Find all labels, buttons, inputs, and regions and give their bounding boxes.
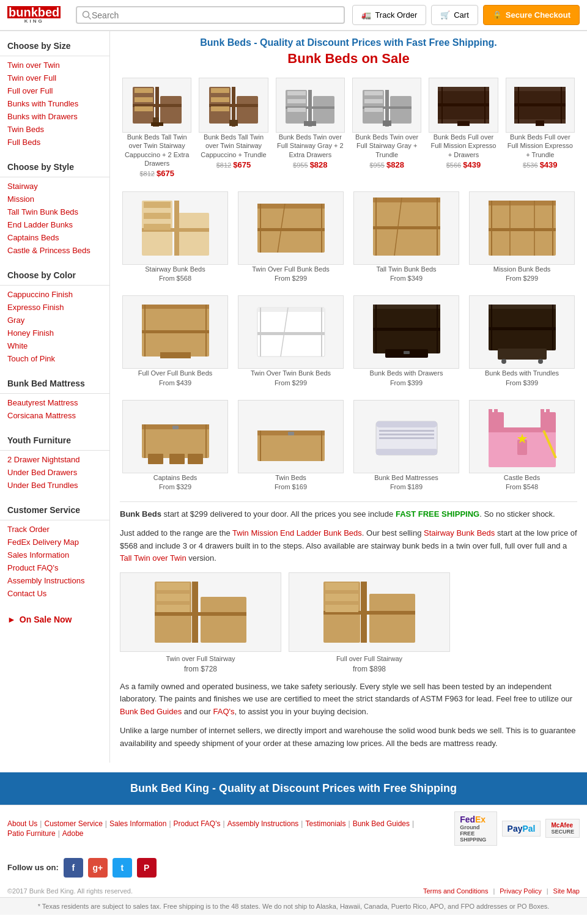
- footer-links-left: About Us | Customer Service | Sales Info…: [7, 819, 454, 838]
- sidebar-item-bunks-trundles[interactable]: Bunks with Trundles: [0, 97, 109, 110]
- privacy-link[interactable]: Privacy Policy: [500, 887, 541, 895]
- sidebar-item-castle[interactable]: Castle & Princess Beds: [0, 244, 109, 257]
- sidebar-item-expresso[interactable]: Expresso Finish: [0, 301, 109, 314]
- sidebar-item-mission[interactable]: Mission: [0, 193, 109, 205]
- sidebar-item-corsicana[interactable]: Corsicana Mattress: [0, 409, 109, 422]
- category-card-twin-full[interactable]: Twin Over Full Bunk Beds From $299: [235, 189, 346, 284]
- category-card-twin-beds[interactable]: Twin Beds From $169: [235, 397, 346, 493]
- sidebar-item-white[interactable]: White: [0, 339, 109, 352]
- svg-rect-136: [157, 583, 190, 590]
- sidebar-item-beautyrest[interactable]: Beautyrest Mattress: [0, 396, 109, 409]
- footer-link-testimonials[interactable]: Testimonials: [305, 819, 345, 828]
- sidebar-item-full-over-full[interactable]: Full over Full: [0, 84, 109, 97]
- footer-link-patio[interactable]: Patio Furniture: [7, 829, 56, 838]
- sidebar-item-honey[interactable]: Honey Finish: [0, 327, 109, 339]
- mission-end-ladder-link[interactable]: Twin Mission End Ladder Bunk Beds: [232, 528, 362, 538]
- product-card-6[interactable]: Bunk Beds Full over Full Mission Express…: [503, 75, 577, 180]
- header: bunkbed KING 🚛 Track Order 🛒 Cart 🔒 Secu…: [0, 0, 587, 31]
- footer-link-guides[interactable]: Bunk Bed Guides: [353, 819, 410, 828]
- category-card-castle[interactable]: Castle Beds From $548: [467, 397, 577, 493]
- footer-link-sales[interactable]: Sales Information: [109, 819, 166, 828]
- cat-price-drawers: From $399: [353, 379, 459, 386]
- sidebar-item-twin-over-twin[interactable]: Twin over Twin: [0, 59, 109, 72]
- category-card-stairway[interactable]: Stairway Bunk Beds From $568: [120, 189, 231, 284]
- sidebar-item-bunks-drawers[interactable]: Bunks with Drawers: [0, 110, 109, 123]
- product-card-3[interactable]: Bunk Beds Twin over Full Stairway Gray +…: [273, 75, 347, 180]
- cat-title-tall-twin: Tall Twin Bunk Beds: [353, 265, 459, 273]
- svg-rect-20: [313, 96, 334, 124]
- sidebar-item-tall-twin[interactable]: Tall Twin Bunk Beds: [0, 205, 109, 218]
- sidebar-item-fedex[interactable]: FedEx Delivery Map: [0, 536, 109, 549]
- track-order-button[interactable]: 🚛 Track Order: [352, 5, 426, 25]
- promo-card-full-full-stairway[interactable]: Full over Full Stairway from $898: [289, 572, 450, 673]
- sidebar-item-assembly[interactable]: Assembly Instructions: [0, 574, 109, 587]
- stairway-link[interactable]: Stairway Bunk Beds: [424, 528, 495, 538]
- sidebar-item-track[interactable]: Track Order: [0, 523, 109, 536]
- footer-link-about[interactable]: About Us: [7, 819, 37, 828]
- pinterest-icon[interactable]: P: [137, 858, 157, 878]
- product-card-1[interactable]: Bunk Beds Tall Twin over Twin Stairway C…: [120, 75, 194, 180]
- sidebar-item-twin-beds[interactable]: Twin Beds: [0, 123, 109, 136]
- footer-link-adobe[interactable]: Adobe: [62, 829, 84, 838]
- footer-link-assembly[interactable]: Assembly Instructions: [227, 819, 299, 828]
- sidebar-item-faqs[interactable]: Product FAQ's: [0, 561, 109, 574]
- search-bar: [76, 6, 345, 24]
- promo-text-1: Bunk Beds start at $299 delivered to you…: [120, 508, 577, 521]
- category-card-mission[interactable]: Mission Bunk Beds From $299: [467, 189, 577, 284]
- category-card-full-full[interactable]: Full Over Full Bunk Beds From $439: [120, 293, 231, 388]
- cat-image-captains: [122, 400, 228, 473]
- cat-title-castle: Castle Beds: [469, 473, 575, 482]
- twitter-icon[interactable]: t: [113, 858, 132, 878]
- facebook-icon[interactable]: f: [64, 858, 83, 878]
- product-price-3: $955 $828: [276, 160, 345, 169]
- product-card-5[interactable]: Bunk Beds Full over Full Mission Express…: [426, 75, 500, 180]
- tall-twin-over-twin-link[interactable]: Tall Twin over Twin: [120, 553, 186, 563]
- product-price-1: $812 $675: [122, 169, 191, 178]
- sidebar-item-stairway[interactable]: Stairway: [0, 180, 109, 193]
- copyright-section: ©2017 Bunk Bed King. All rights reserved…: [0, 884, 587, 897]
- product-card-2[interactable]: Bunk Beds Tall Twin over Twin Stairway C…: [196, 75, 270, 180]
- sidebar-item-twin-over-full[interactable]: Twin over Full: [0, 72, 109, 84]
- svg-rect-7: [151, 122, 163, 126]
- google-plus-icon[interactable]: g+: [88, 858, 108, 878]
- bunk-guides-link[interactable]: Bunk Bed Guides: [120, 707, 182, 716]
- category-card-captains[interactable]: Captains Beds From $329: [120, 397, 231, 493]
- category-card-drawers[interactable]: Bunk Beds with Drawers From $399: [351, 293, 462, 388]
- sidebar-item-cappuccino[interactable]: Cappuccino Finish: [0, 288, 109, 301]
- sidebar-item-contact[interactable]: Contact Us: [0, 587, 109, 600]
- category-card-tall-twin[interactable]: Tall Twin Bunk Beds From $349: [351, 189, 462, 284]
- faqs-link[interactable]: FAQ's: [213, 707, 235, 716]
- sidebar-item-under-trundles[interactable]: Under Bed Trundles: [0, 479, 109, 492]
- footer-link-customer-service[interactable]: Customer Service: [44, 819, 102, 828]
- sitemap-link[interactable]: Site Map: [553, 887, 580, 895]
- category-card-mattresses[interactable]: Bunk Bed Mattresses From $189: [351, 397, 462, 493]
- category-card-trundles[interactable]: Bunk Beds with Trundles From $399: [467, 293, 577, 388]
- cart-button[interactable]: 🛒 Cart: [431, 5, 478, 25]
- category-card-twin-twin[interactable]: Twin Over Twin Bunk Beds From $299: [235, 293, 346, 388]
- sidebar-item-nightstand[interactable]: 2 Drawer Nightstand: [0, 453, 109, 466]
- sidebar-item-gray[interactable]: Gray: [0, 314, 109, 327]
- sidebar-item-end-ladder[interactable]: End Ladder Bunks: [0, 218, 109, 231]
- cat-price-castle: From $548: [469, 483, 575, 490]
- footer-logos: FedEx Ground FREE SHIPPING PayPal McAfee…: [454, 811, 580, 846]
- sidebar-item-pink[interactable]: Touch of Pink: [0, 352, 109, 365]
- svg-rect-16: [211, 88, 229, 93]
- product-price-5: $566 $439: [429, 160, 498, 169]
- promo-card-twin-full-stairway[interactable]: Twin over Full Stairway from $728: [120, 572, 281, 673]
- sidebar-item-captains[interactable]: Captains Beds: [0, 231, 109, 244]
- sidebar-item-sales[interactable]: Sales Information: [0, 549, 109, 561]
- terms-link[interactable]: Terms and Conditions: [423, 887, 488, 895]
- page-title: Bunk Beds - Quality at Discount Prices w…: [120, 37, 577, 48]
- product-price-4: $955 $828: [352, 160, 421, 169]
- product-card-4[interactable]: Bunk Beds Twin over Full Stairway Gray +…: [350, 75, 424, 180]
- logo[interactable]: bunkbed KING: [7, 6, 68, 24]
- cat-title-twin-twin: Twin Over Twin Bunk Beds: [238, 369, 344, 377]
- sidebar-on-sale[interactable]: ► On Sale Now: [0, 610, 109, 629]
- search-input[interactable]: [92, 10, 339, 20]
- sidebar-item-full-beds[interactable]: Full Beds: [0, 136, 109, 149]
- footer-link-faq[interactable]: Product FAQ's: [174, 819, 221, 828]
- free-shipping-link[interactable]: FAST FREE SHIPPING: [396, 509, 479, 519]
- cat-title-twin-full: Twin Over Full Bunk Beds: [238, 265, 344, 273]
- checkout-button[interactable]: 🔒 Secure Checkout: [483, 5, 580, 25]
- sidebar-item-under-drawers[interactable]: Under Bed Drawers: [0, 466, 109, 479]
